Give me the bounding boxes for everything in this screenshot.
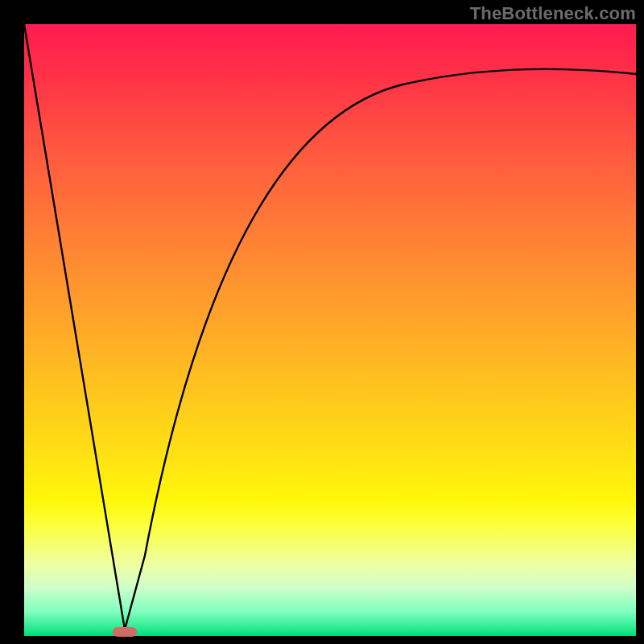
optimal-marker [113,627,137,637]
chart-frame: TheBottleneck.com [0,0,644,644]
plot-area [24,24,636,636]
curve-path [24,24,636,630]
bottleneck-curve [24,24,636,636]
watermark-text: TheBottleneck.com [470,3,636,24]
